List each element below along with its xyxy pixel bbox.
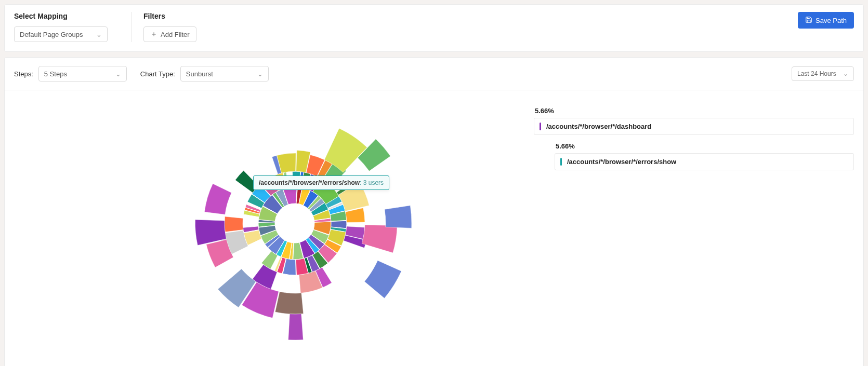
chart-toolbar: Steps: 5 Steps ⌄ Chart Type: Sunburst ⌄ … <box>5 58 863 90</box>
chevron-down-icon: ⌄ <box>257 70 263 78</box>
steps-select-value: 5 Steps <box>44 70 67 78</box>
save-path-button[interactable]: Save Path <box>798 12 854 29</box>
sunburst-arc[interactable] <box>288 314 304 340</box>
chevron-down-icon: ⌄ <box>115 70 121 78</box>
filters-section: Filters ＋ Add Filter <box>143 12 196 42</box>
sunburst-arc[interactable] <box>364 261 401 299</box>
breadcrumb-path: /accounts/*/browser/*/dashboard <box>546 123 651 130</box>
breadcrumb-color-bar <box>540 123 541 130</box>
chart-type-select-value: Sunburst <box>186 70 213 78</box>
select-mapping-section: Select Mapping Default Page Groups ⌄ <box>14 12 108 42</box>
tooltip-users: : 3 users <box>360 179 384 186</box>
chevron-down-icon: ⌄ <box>843 70 848 77</box>
chevron-down-icon: ⌄ <box>96 31 102 38</box>
add-filter-label: Add Filter <box>161 31 190 38</box>
sunburst-arc[interactable] <box>385 206 412 228</box>
breadcrumb-percent: 5.66% <box>556 142 854 150</box>
sunburst-arc[interactable] <box>204 184 231 214</box>
breadcrumb-color-bar <box>560 158 562 166</box>
time-range-select[interactable]: Last 24 Hours ⌄ <box>792 66 854 81</box>
chart-type-label: Chart Type: <box>140 70 175 78</box>
save-path-label: Save Path <box>816 17 847 24</box>
plus-icon: ＋ <box>150 30 157 39</box>
breadcrumb-item[interactable]: /accounts/*/browser/*/dashboard <box>534 118 854 135</box>
sunburst-arc[interactable] <box>275 292 303 314</box>
chart-tooltip: /accounts/*/browser/*/errors/show: 3 use… <box>253 175 389 190</box>
chart-type-select[interactable]: Sunburst ⌄ <box>180 66 269 82</box>
path-breadcrumbs: 5.66%/accounts/*/browser/*/dashboard5.66… <box>534 104 854 353</box>
sunburst-chart[interactable]: /accounts/*/browser/*/errors/show: 3 use… <box>14 104 534 353</box>
vertical-divider <box>131 12 132 42</box>
time-range-value: Last 24 Hours <box>797 70 836 77</box>
sunburst-arc[interactable] <box>225 216 243 232</box>
steps-label: Steps: <box>14 70 33 78</box>
breadcrumb-percent: 5.66% <box>535 107 854 115</box>
mapping-select[interactable]: Default Page Groups ⌄ <box>14 26 108 42</box>
tooltip-path: /accounts/*/browser/*/errors/show <box>259 179 360 186</box>
select-mapping-label: Select Mapping <box>14 12 108 20</box>
filters-label: Filters <box>143 12 196 20</box>
save-icon <box>805 16 812 25</box>
breadcrumb-item[interactable]: /accounts/*/browser/*/errors/show <box>555 153 854 170</box>
mapping-select-value: Default Page Groups <box>20 31 83 38</box>
breadcrumb-path: /accounts/*/browser/*/errors/show <box>567 158 676 166</box>
steps-select[interactable]: 5 Steps ⌄ <box>38 66 127 82</box>
add-filter-button[interactable]: ＋ Add Filter <box>143 26 196 42</box>
sunburst-arc[interactable] <box>362 225 397 253</box>
